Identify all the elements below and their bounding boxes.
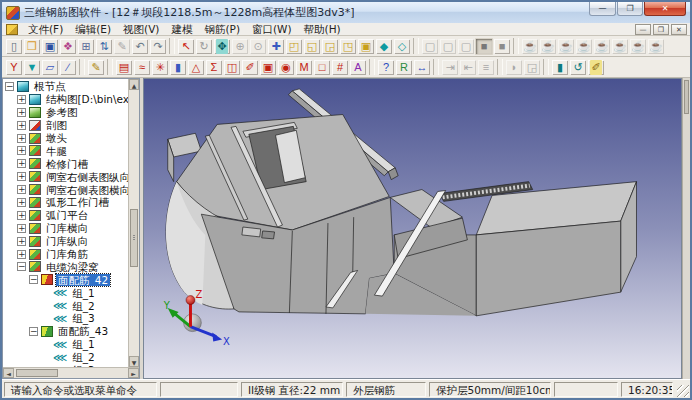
rebar-frame-button[interactable]: △ — [187, 59, 205, 76]
tree-item-chamber-right-trans[interactable]: +闸室右侧表图横向 — [3, 183, 128, 196]
scroll-left-icon[interactable]: ◄ — [3, 368, 14, 378]
tree-item-group-2[interactable]: ⋘组_2 — [3, 299, 128, 312]
wire-shade-view-button[interactable]: ▢ — [457, 38, 475, 55]
barrel-tool-button[interactable]: ▮ — [551, 59, 569, 76]
edit-pencil-button[interactable]: ✎ — [113, 38, 131, 55]
data-transfer-button[interactable]: ⇅ — [95, 38, 113, 55]
plane-tool-button[interactable]: ▱ — [41, 59, 59, 76]
rebar-radial-button[interactable]: ✳ — [151, 59, 169, 76]
tree-vertical-scrollbar[interactable]: ▲ ▼ — [128, 79, 139, 367]
tree-expander-icon[interactable]: + — [17, 121, 26, 130]
level-mark-button[interactable]: ▼ — [23, 59, 41, 76]
rebar-column-button[interactable]: ▮ — [169, 59, 187, 76]
tree-item-corbel[interactable]: +牛腿 — [3, 144, 128, 157]
tree-item-gate-lib-long[interactable]: +门库纵向 — [3, 235, 128, 248]
tree-expander-icon[interactable]: − — [17, 262, 26, 271]
rebar-double-button[interactable]: M — [295, 59, 313, 76]
new-file-button[interactable]: ▯ — [5, 38, 23, 55]
tree-expander-icon[interactable]: + — [17, 172, 26, 181]
tree-item-structure[interactable]: +结构图[D:\bin\exampl — [3, 93, 128, 106]
viewport-canvas[interactable]: Y Z X — [144, 79, 681, 378]
tree-expander-icon[interactable]: + — [17, 237, 26, 246]
spacing-fixed-button[interactable]: ⇤ — [459, 59, 477, 76]
open-folder-button[interactable]: ❒ — [23, 38, 41, 55]
render-mode-1-button[interactable]: ☕ — [521, 38, 539, 55]
pan-view-button[interactable]: ✚ — [267, 38, 285, 55]
menu-item-3[interactable]: 视图(V) — [117, 23, 165, 35]
tree-expander-icon[interactable]: + — [17, 198, 26, 207]
rebar-rect-button[interactable]: □ — [313, 59, 331, 76]
view-iso-button[interactable]: ▣ — [357, 38, 375, 55]
rotate-view-button[interactable]: ↻ — [195, 38, 213, 55]
render-mode-8-button[interactable]: ☕ — [647, 38, 665, 55]
scroll-down-icon[interactable]: ▼ — [129, 356, 139, 367]
rebar-stirrup-button[interactable]: Σ — [205, 59, 223, 76]
export-view-button[interactable]: ◲ — [523, 59, 541, 76]
mdi-close-button[interactable]: ✕ — [671, 24, 687, 35]
tree-expander-icon[interactable]: + — [17, 211, 26, 220]
view-top-button[interactable]: ◰ — [285, 38, 303, 55]
tree-expander-icon[interactable]: + — [17, 108, 26, 117]
tree-item-group-1b[interactable]: ⋘组_1 — [3, 338, 128, 351]
close-button[interactable]: ✕ — [644, 2, 686, 16]
rebar-circle-button[interactable]: ◉ — [277, 59, 295, 76]
spacing-equal-button[interactable]: ⇥ — [441, 59, 459, 76]
zoom-in-button[interactable]: ⊕ — [231, 38, 249, 55]
tree-item-group-3[interactable]: ⋘组_3 — [3, 312, 128, 325]
tree-item-gate-slot[interactable]: +检修门槽 — [3, 157, 128, 170]
section-plane-2-button[interactable]: ◇ — [393, 38, 411, 55]
menu-item-5[interactable]: 钢筋(P) — [198, 23, 246, 35]
select-cursor-button[interactable]: ↖ — [177, 38, 195, 55]
query-info-button[interactable]: ? — [377, 59, 395, 76]
tree-item-radial-gate-slot[interactable]: +弧形工作门槽 — [3, 196, 128, 209]
query-rebar-button[interactable]: R — [395, 59, 413, 76]
tree-expander-icon[interactable]: − — [29, 275, 38, 284]
fit-view-button[interactable]: ✥ — [213, 38, 231, 55]
menu-item-4[interactable]: 建模 — [165, 23, 198, 35]
tree-item-chamber-right-long[interactable]: +闸室右侧表图纵向 — [3, 170, 128, 183]
render-mode-3-button[interactable]: ☕ — [557, 38, 575, 55]
scroll-right-icon[interactable]: ► — [128, 368, 139, 378]
rebar-splice-button[interactable]: Y — [5, 59, 23, 76]
save-button[interactable]: ▣ — [41, 38, 59, 55]
hidden-line-view-button[interactable]: ▢ — [439, 38, 457, 55]
tree-expander-icon[interactable]: + — [17, 159, 26, 168]
view-right-button[interactable]: ◳ — [339, 38, 357, 55]
resize-grip-icon[interactable] — [677, 385, 689, 397]
render-mode-7-button[interactable]: ☕ — [629, 38, 647, 55]
section-plane-1-button[interactable]: ◆ — [375, 38, 393, 55]
rebar-label-button[interactable]: A — [349, 59, 367, 76]
tree-item-cable-trench[interactable]: −电缆沟梁窝 — [3, 260, 128, 273]
flip-normal-button[interactable]: ↺ — [569, 59, 587, 76]
maximize-button[interactable]: ❐ — [617, 2, 643, 16]
shaded-view-button[interactable]: ■ — [475, 38, 493, 55]
tree-item-face-rebar-43[interactable]: −面配筋_43 — [3, 325, 128, 338]
rebar-corner-button[interactable]: ◫ — [223, 59, 241, 76]
line-tool-button[interactable]: ∕ — [59, 59, 77, 76]
tree-expander-icon[interactable]: − — [5, 82, 14, 91]
tree-item-gate-lib-corner[interactable]: +门库角筋 — [3, 248, 128, 261]
insert-blocks-button[interactable]: ❖ — [59, 38, 77, 55]
tree-item-reference[interactable]: +参考图 — [3, 106, 128, 119]
viewport-3d[interactable]: Y Z X — [143, 78, 682, 379]
scroll-thumb[interactable] — [130, 209, 138, 267]
tree-expander-icon[interactable]: + — [17, 185, 26, 194]
tree-item-gate-lib-trans[interactable]: +门库横向 — [3, 222, 128, 235]
tree-expander-icon[interactable]: + — [17, 146, 26, 155]
tree-expander-icon[interactable]: + — [17, 134, 26, 143]
mdi-minimize-button[interactable]: — — [635, 24, 651, 35]
render-mode-4-button[interactable]: ☕ — [575, 38, 593, 55]
tree-expander-icon[interactable]: + — [17, 224, 26, 233]
spacing-list-button[interactable]: ≡ — [477, 59, 495, 76]
tree-expander-icon[interactable]: + — [17, 250, 26, 259]
scroll-up-icon[interactable]: ▲ — [129, 79, 139, 90]
render-mode-6-button[interactable]: ☕ — [611, 38, 629, 55]
document-icon[interactable] — [6, 24, 18, 35]
scroll-thumb[interactable] — [16, 369, 58, 377]
undo-button[interactable]: ↶ — [131, 38, 149, 55]
menu-item-1[interactable]: 文件(F) — [22, 23, 69, 35]
tree-item-pier-head[interactable]: +墩头 — [3, 132, 128, 145]
render-mode-5-button[interactable]: ☕ — [593, 38, 611, 55]
wireframe-view-button[interactable]: ▢ — [421, 38, 439, 55]
menu-item-6[interactable]: 窗口(W) — [246, 23, 298, 35]
